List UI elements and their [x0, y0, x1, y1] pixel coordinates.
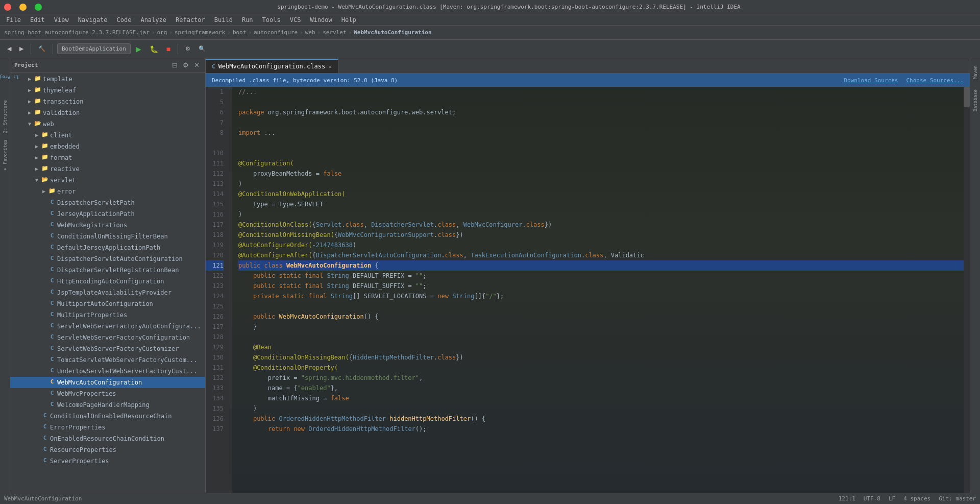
toolbar-nav-back[interactable]: ◀	[4, 43, 14, 54]
menu-help[interactable]: Help	[337, 15, 360, 25]
menu-run[interactable]: Run	[238, 15, 257, 25]
tree-item-servletwebserverfactory2[interactable]: C ServletWebServerFactoryConfiguration	[10, 332, 205, 343]
sidebar-close-btn[interactable]: ✕	[192, 61, 201, 69]
tree-item-defaultjerseyapplicationpath[interactable]: C DefaultJerseyApplicationPath	[10, 242, 205, 253]
tree-item-errorproperties[interactable]: C ErrorProperties	[10, 422, 205, 433]
tree-item-welcomepagehandlermapping[interactable]: C WelcomePageHandlerMapping	[10, 399, 205, 411]
tab-close-btn[interactable]: ✕	[328, 63, 332, 70]
breadcrumb-jar[interactable]: spring-boot-autoconfigure-2.3.7.RELEASE.…	[4, 29, 150, 36]
tree-item-serverproperties[interactable]: C ServerProperties	[10, 455, 205, 467]
sidebar-title: Project	[14, 62, 38, 68]
code-line-127: }	[238, 322, 964, 332]
tree-item-web[interactable]: ▼ 📂 web	[10, 118, 205, 130]
right-tab-database[interactable]: Database	[972, 86, 979, 114]
menu-analyze[interactable]: Analyze	[136, 15, 170, 25]
arrow-icon: ▶	[34, 143, 40, 150]
minimize-button[interactable]	[19, 4, 27, 11]
tree-item-template[interactable]: ▶ 📁 template	[10, 74, 205, 85]
scrollbar-thumb[interactable]	[964, 87, 970, 107]
toolbar-search[interactable]: 🔍	[195, 43, 209, 54]
tree-item-tomcatservlet[interactable]: C TomcatServletWebServerFactoryCustom...	[10, 354, 205, 366]
menu-vcs[interactable]: VCS	[286, 15, 305, 25]
download-sources-link[interactable]: Download Sources	[844, 77, 898, 84]
left-tab-project[interactable]: 1: Project	[0, 74, 22, 81]
sidebar-collapse-btn[interactable]: ⊟	[170, 61, 179, 69]
tree-item-servletwebserverfactorycustomizer[interactable]: C ServletWebServerFactoryCustomizer	[10, 343, 205, 354]
menu-view[interactable]: View	[50, 15, 73, 25]
tree-item-multipartautoconfiguration[interactable]: C MultipartAutoConfiguration	[10, 298, 205, 309]
tree-item-servlet[interactable]: ▼ 📂 servlet	[10, 175, 205, 186]
tree-item-webmvcautoconfiguration[interactable]: C WebMvcAutoConfiguration	[10, 377, 205, 388]
tree-item-reactive[interactable]: ▶ 📁 reactive	[10, 163, 205, 175]
editor-scrollbar[interactable]	[964, 87, 970, 493]
tree-item-dispatcherservletregistrationbean[interactable]: C DispatcherServletRegistrationBean	[10, 265, 205, 276]
project-sidebar: Project ⊟ ⚙ ✕ ▶ 📁 template ▶ 📁 thymeleaf	[10, 58, 206, 493]
tree-item-undertowservlet[interactable]: C UndertowServletWebServerFactoryCust...	[10, 366, 205, 377]
left-tab-favorites[interactable]: ★ Favorites	[3, 139, 8, 172]
breadcrumb-boot[interactable]: boot	[233, 29, 247, 36]
breadcrumb-sep-5: ›	[300, 29, 303, 36]
toolbar-settings[interactable]: ⚙	[182, 43, 193, 54]
menu-window[interactable]: Window	[306, 15, 336, 25]
tree-item-multipartproperties[interactable]: C MultipartProperties	[10, 309, 205, 321]
menu-refactor[interactable]: Refactor	[172, 15, 209, 25]
breadcrumb-autoconfigure[interactable]: autoconfigure	[254, 29, 298, 36]
sidebar-settings-btn[interactable]: ⚙	[181, 61, 190, 69]
breadcrumb-org[interactable]: org	[157, 29, 167, 36]
toolbar-build[interactable]: 🔨	[35, 43, 48, 54]
folder-icon: 📁	[34, 109, 42, 117]
tree-item-conditionalonenabled[interactable]: C ConditionalOnEnabledResourceChain	[10, 411, 205, 422]
right-tab-maven[interactable]: Maven	[972, 62, 979, 82]
toolbar-nav-forward[interactable]: ▶	[16, 43, 27, 54]
tree-item-embedded[interactable]: ▶ 📁 embedded	[10, 141, 205, 152]
tree-item-transaction[interactable]: ▶ 📁 transaction	[10, 96, 205, 107]
code-line-122: public static final String DEFAULT_PREFI…	[238, 271, 964, 281]
tree-item-servletwebserverfactory1[interactable]: C ServletWebServerFactoryAutoConfigura..…	[10, 321, 205, 332]
breadcrumb-springframework[interactable]: springframework	[175, 29, 225, 36]
tree-item-dispatcherservletautoconfiguration[interactable]: C DispatcherServletAutoConfiguration	[10, 253, 205, 265]
breadcrumb-web[interactable]: web	[305, 29, 315, 36]
arrow-icon: ▶	[27, 99, 33, 105]
tree-item-thymeleaf[interactable]: ▶ 📁 thymeleaf	[10, 85, 205, 96]
tree-item-jerseyapplicationpath[interactable]: C JerseyApplicationPath	[10, 208, 205, 220]
menu-edit[interactable]: Edit	[26, 15, 49, 25]
class-icon: C	[48, 378, 56, 387]
toolbar-run-btn[interactable]: ▶	[133, 43, 144, 55]
tree-label: thymeleaf	[43, 87, 76, 94]
tree-item-conditionalonmissingfilterbean[interactable]: C ConditionalOnMissingFilterBean	[10, 231, 205, 242]
breadcrumb-servlet[interactable]: servlet	[323, 29, 346, 36]
breadcrumb-class[interactable]: WebMvcAutoConfiguration	[354, 29, 431, 36]
left-tab-structure[interactable]: 2: Structure	[3, 100, 8, 133]
tree-item-webmvcregistrations[interactable]: C WebMvcRegistrations	[10, 220, 205, 231]
code-line-132: prefix = "spring.mvc.hiddenmethod.filter…	[238, 373, 964, 383]
tree-item-jsptemplatesvailabilityprovider[interactable]: C JspTemplateAvailabilityProvider	[10, 287, 205, 298]
tree-item-error[interactable]: ▶ 📁 error	[10, 186, 205, 197]
tree-item-resourceproperties[interactable]: C ResourceProperties	[10, 444, 205, 455]
tree-item-client[interactable]: ▶ 📁 client	[10, 130, 205, 141]
menu-code[interactable]: Code	[113, 15, 136, 25]
tree-item-format[interactable]: ▶ 📁 format	[10, 152, 205, 163]
menu-tools[interactable]: Tools	[258, 15, 285, 25]
choose-sources-link[interactable]: Choose Sources...	[906, 77, 964, 84]
tree-item-dispatcherservletpath[interactable]: C DispatcherServletPath	[10, 197, 205, 208]
arrow-spacer	[41, 357, 47, 363]
tree-item-onenabled[interactable]: C OnEnabledResourceChainCondition	[10, 433, 205, 444]
menu-build[interactable]: Build	[210, 15, 237, 25]
run-config-selector[interactable]: BootDemoApplication	[57, 43, 131, 54]
code-line-113: )	[238, 179, 964, 189]
status-class: WebMvcAutoConfiguration	[4, 495, 82, 502]
menu-navigate[interactable]: Navigate	[74, 15, 112, 25]
maximize-button[interactable]	[35, 4, 42, 11]
menu-file[interactable]: File	[2, 15, 25, 25]
code-line-129: @Bean	[238, 342, 964, 352]
toolbar-stop-btn[interactable]: ■	[163, 43, 174, 55]
tree-item-validation[interactable]: ▶ 📁 validation	[10, 107, 205, 118]
tree-label: ServerProperties	[50, 458, 109, 465]
toolbar-debug-btn[interactable]: 🐛	[146, 43, 161, 55]
tree-item-httpencodingautoconfiguration[interactable]: C HttpEncodingAutoConfiguration	[10, 276, 205, 287]
tree-item-webmvcproperties[interactable]: C WebMvcProperties	[10, 388, 205, 399]
close-button[interactable]	[4, 4, 11, 11]
tab-webmvcautoconfiguration[interactable]: C WebMvcAutoConfiguration.class ✕	[206, 59, 338, 73]
code-lines[interactable]: //... package org.springframework.boot.a…	[232, 87, 964, 493]
status-right: 121:1 UTF-8 LF 4 spaces Git: master	[839, 495, 976, 502]
